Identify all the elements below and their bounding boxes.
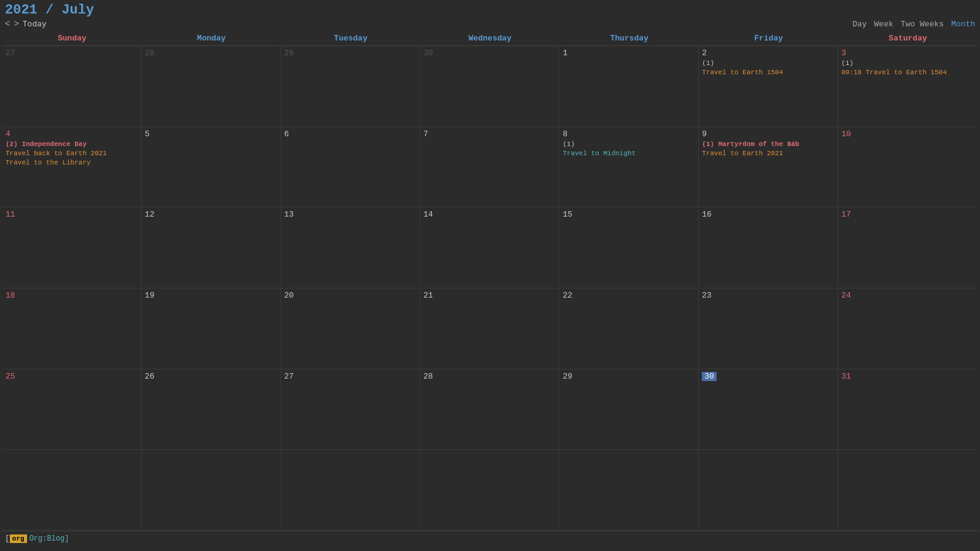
- day-cell-6[interactable]: 6: [281, 127, 421, 207]
- day-cell-14[interactable]: 14: [421, 207, 560, 288]
- today-button[interactable]: Today: [23, 20, 47, 29]
- day-cell-13[interactable]: 13: [281, 207, 421, 288]
- day-cell-empty[interactable]: [699, 450, 838, 530]
- day-number: 1: [562, 48, 695, 58]
- day-cell-30[interactable]: 30: [699, 369, 838, 450]
- event[interactable]: Travel to Earth 1504: [702, 68, 834, 77]
- day-header-tuesday: Tuesday: [281, 31, 421, 45]
- day-cell-23[interactable]: 23: [699, 288, 838, 369]
- day-cell-18[interactable]: 18: [2, 288, 142, 369]
- day-cell-24[interactable]: 24: [838, 288, 978, 369]
- day-cell-9[interactable]: 9(1) Martyrdom of the BábTravel to Earth…: [699, 127, 838, 207]
- day-cell-28[interactable]: 28: [421, 369, 560, 450]
- day-cell-8[interactable]: 8(1)Travel to Midnight: [559, 127, 699, 207]
- event[interactable]: (2) Independence Day: [6, 140, 138, 148]
- calendar-grid: 2728293012(1)Travel to Earth 15043(1)09:…: [2, 46, 978, 531]
- day-cell-3[interactable]: 3(1)09:18 Travel to Earth 1504: [838, 46, 978, 126]
- event[interactable]: (1): [562, 140, 695, 148]
- event[interactable]: Travel to Midnight: [562, 149, 695, 158]
- day-cell-22[interactable]: 22: [559, 288, 699, 369]
- event[interactable]: Travel back to Earth 2021: [6, 149, 138, 158]
- day-header-friday: Friday: [699, 31, 838, 45]
- day-cell-31[interactable]: 31: [838, 369, 978, 450]
- day-number: 22: [562, 291, 695, 300]
- day-cell-19[interactable]: 19: [142, 288, 281, 369]
- day-cell-27[interactable]: 27: [281, 369, 421, 450]
- day-cell-12[interactable]: 12: [142, 207, 281, 288]
- day-number: 30: [702, 372, 717, 381]
- day-cell-7[interactable]: 7: [421, 127, 560, 207]
- event[interactable]: Travel to Earth 2021: [702, 149, 834, 158]
- day-number: 29: [284, 48, 417, 58]
- day-number: 19: [145, 291, 278, 300]
- day-number: 7: [424, 129, 556, 139]
- footer-text: Org:Blog]: [29, 534, 69, 543]
- event[interactable]: (1): [841, 59, 974, 67]
- day-header-sunday: Sunday: [2, 31, 142, 45]
- day-cell-empty[interactable]: [421, 450, 560, 530]
- day-cell-26[interactable]: 26: [142, 369, 281, 450]
- day-number: 8: [562, 129, 695, 139]
- event[interactable]: (1): [702, 59, 834, 67]
- day-number: 10: [841, 129, 974, 139]
- day-number: 30: [424, 48, 556, 58]
- day-cell-empty[interactable]: [838, 450, 978, 530]
- day-number: 31: [841, 372, 974, 381]
- day-number: 13: [284, 210, 417, 219]
- view-two-weeks[interactable]: Two Weeks: [901, 20, 944, 29]
- day-number: 11: [6, 210, 138, 219]
- day-cell-10[interactable]: 10: [838, 127, 978, 207]
- day-cell-4[interactable]: 4(2) Independence DayTravel back to Eart…: [2, 127, 142, 207]
- view-week[interactable]: Week: [874, 20, 893, 29]
- day-cell-2[interactable]: 2(1)Travel to Earth 1504: [699, 46, 838, 126]
- day-cell-25[interactable]: 25: [2, 369, 142, 450]
- day-cell-empty[interactable]: [2, 450, 142, 530]
- day-number: 9: [702, 129, 834, 139]
- day-cell-1[interactable]: 1: [559, 46, 699, 126]
- day-cell-empty[interactable]: [142, 450, 281, 530]
- day-header-saturday: Saturday: [838, 31, 978, 45]
- day-header-wednesday: Wednesday: [421, 31, 560, 45]
- day-cell-empty[interactable]: [281, 450, 421, 530]
- view-month[interactable]: Month: [951, 20, 975, 29]
- calendar-title: 2021 / July: [5, 2, 94, 18]
- day-cell-29[interactable]: 29: [559, 369, 699, 450]
- day-number: 6: [284, 129, 417, 139]
- day-cell-21[interactable]: 21: [421, 288, 560, 369]
- footer-tag: org: [10, 534, 27, 543]
- day-cell-empty[interactable]: [559, 450, 699, 530]
- day-number: 15: [562, 210, 695, 219]
- event[interactable]: 09:18 Travel to Earth 1504: [841, 68, 974, 77]
- week-row-1: 4(2) Independence DayTravel back to Eart…: [2, 127, 978, 208]
- month-label: July: [61, 2, 94, 18]
- prev-button[interactable]: <: [5, 19, 10, 29]
- next-button[interactable]: >: [14, 19, 18, 29]
- view-day[interactable]: Day: [852, 20, 866, 29]
- day-cell-5[interactable]: 5: [142, 127, 281, 207]
- day-number: 17: [841, 210, 974, 219]
- event[interactable]: Travel to the Library: [6, 158, 138, 167]
- day-number: 12: [145, 210, 278, 219]
- day-cell-28[interactable]: 28: [142, 46, 281, 126]
- week-row-3: 18192021222324: [2, 288, 978, 369]
- day-cell-16[interactable]: 16: [699, 207, 838, 288]
- day-cell-29[interactable]: 29: [281, 46, 421, 126]
- day-number: 4: [6, 129, 138, 139]
- footer-bar: [ org Org:Blog]: [0, 531, 980, 545]
- day-number: 27: [6, 48, 138, 58]
- event[interactable]: (1) Martyrdom of the Báb: [702, 140, 834, 148]
- day-number: 3: [841, 48, 974, 58]
- day-cell-27[interactable]: 27: [2, 46, 142, 126]
- day-cell-20[interactable]: 20: [281, 288, 421, 369]
- day-number: 29: [562, 372, 695, 381]
- day-number: 28: [424, 372, 556, 381]
- week-row-2: 11121314151617: [2, 207, 978, 288]
- day-cell-11[interactable]: 11: [2, 207, 142, 288]
- day-number: 2: [702, 48, 834, 58]
- day-cell-15[interactable]: 15: [559, 207, 699, 288]
- day-headers: SundayMondayTuesdayWednesdayThursdayFrid…: [2, 31, 978, 46]
- day-number: 20: [284, 291, 417, 300]
- day-cell-17[interactable]: 17: [838, 207, 978, 288]
- day-cell-30[interactable]: 30: [421, 46, 560, 126]
- week-row-0: 2728293012(1)Travel to Earth 15043(1)09:…: [2, 46, 978, 127]
